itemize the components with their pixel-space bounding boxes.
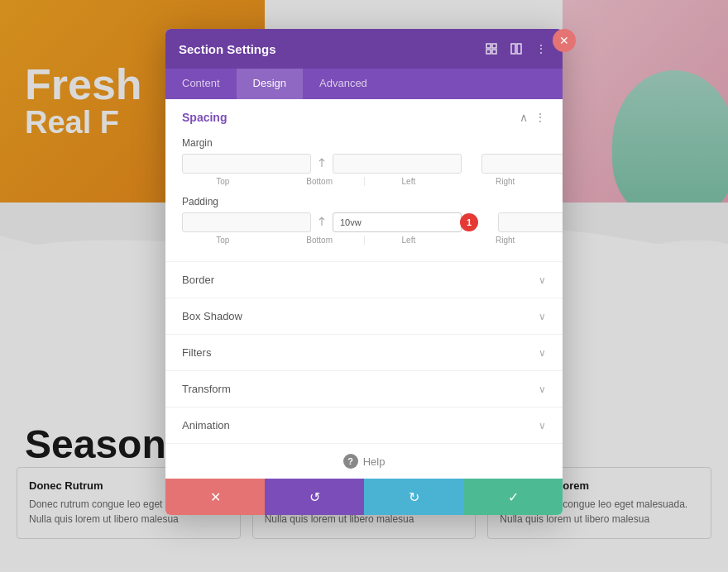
chevron-down-icon-3: ∨ [539,384,546,395]
collapsibles-container: Border ∨ Box Shadow ∨ Filters ∨ Transfor… [165,261,563,443]
more-options-icon[interactable]: ⋮ [533,41,549,57]
tab-content[interactable]: Content [165,69,237,99]
panel-title: Section Settings [179,42,276,56]
tab-design[interactable]: Design [237,69,303,99]
chevron-down-icon-2: ∨ [539,347,546,359]
collapsible-transform[interactable]: Transform ∨ [165,370,563,407]
margin-label: Margin [182,137,546,149]
svg-rect-1 [492,44,496,48]
padding-left-input[interactable] [498,212,563,232]
svg-rect-4 [511,44,515,54]
svg-rect-5 [517,44,521,54]
margin-left-input[interactable] [481,154,563,174]
margin-bottom-input[interactable] [333,154,462,174]
section-header-icons: ∧ ⋮ [520,111,546,124]
help-link[interactable]: ? Help [343,454,386,469]
padding-top-label: Top [182,236,264,245]
undo-button[interactable]: ↺ [265,479,364,515]
spacing-title: Spacing [182,111,227,124]
margin-left-label: Left [368,177,450,186]
spacing-area: Margin [165,132,563,261]
cancel-button[interactable]: ✕ [165,479,265,515]
margin-bottom-label: Bottom [279,177,361,186]
modal-overlay: ✕ Section Settings [0,0,728,572]
collapsible-label-3: Transform [182,383,231,395]
save-button[interactable]: ✓ [463,479,563,515]
collapsible-border[interactable]: Border ∨ [165,261,563,298]
collapsible-box-shadow[interactable]: Box Shadow ∨ [165,298,563,334]
padding-link-icon [314,216,329,229]
svg-rect-2 [486,50,491,54]
svg-rect-3 [492,50,496,54]
help-icon: ? [343,454,358,469]
chevron-down-icon-4: ∨ [539,420,546,431]
panel-header-icons: ⋮ [483,41,549,57]
collapsible-filters[interactable]: Filters ∨ [165,334,563,370]
columns-icon[interactable] [508,41,524,57]
collapse-icon[interactable]: ∧ [520,111,528,124]
margin-inputs-row [182,154,546,174]
padding-left-label: Left [368,236,450,245]
padding-bottom-label: Bottom [279,236,361,245]
action-bar: ✕ ↺ ↻ ✓ [165,479,563,515]
collapsible-label-1: Box Shadow [182,310,242,322]
tab-advanced[interactable]: Advanced [303,69,384,99]
panel-body: Spacing ∧ ⋮ Margin [165,99,563,479]
panel-footer: ? Help [165,443,563,479]
more-icon[interactable]: ⋮ [534,111,546,124]
collapsible-label-4: Animation [182,419,230,431]
fullscreen-icon[interactable] [483,41,500,57]
padding-inputs-row: 1 [182,212,546,232]
help-text: Help [363,455,386,468]
margin-top-input[interactable] [182,154,311,174]
padding-right-label: Right [464,236,546,245]
margin-link-icon [314,157,329,170]
panel-tabs: Content Design Advanced [165,69,563,99]
padding-label: Padding [182,196,546,207]
collapsible-label-2: Filters [182,346,211,359]
margin-right-label: Right [464,177,546,186]
chevron-down-icon-1: ∨ [539,311,546,322]
margin-top-label: Top [182,177,264,186]
padding-top-input[interactable] [182,212,311,232]
chevron-down-icon-0: ∨ [539,274,546,286]
close-button[interactable]: ✕ [553,29,576,52]
collapsible-animation[interactable]: Animation ∨ [165,407,563,443]
padding-bottom-input[interactable] [333,212,462,232]
settings-panel: Section Settings ⋮ [165,29,563,515]
panel-header: Section Settings ⋮ [165,29,563,69]
redo-button[interactable]: ↻ [364,479,463,515]
svg-rect-0 [486,44,491,48]
padding-badge: 1 [460,213,478,231]
spacing-section-header: Spacing ∧ ⋮ [165,99,563,132]
collapsible-label-0: Border [182,274,214,286]
